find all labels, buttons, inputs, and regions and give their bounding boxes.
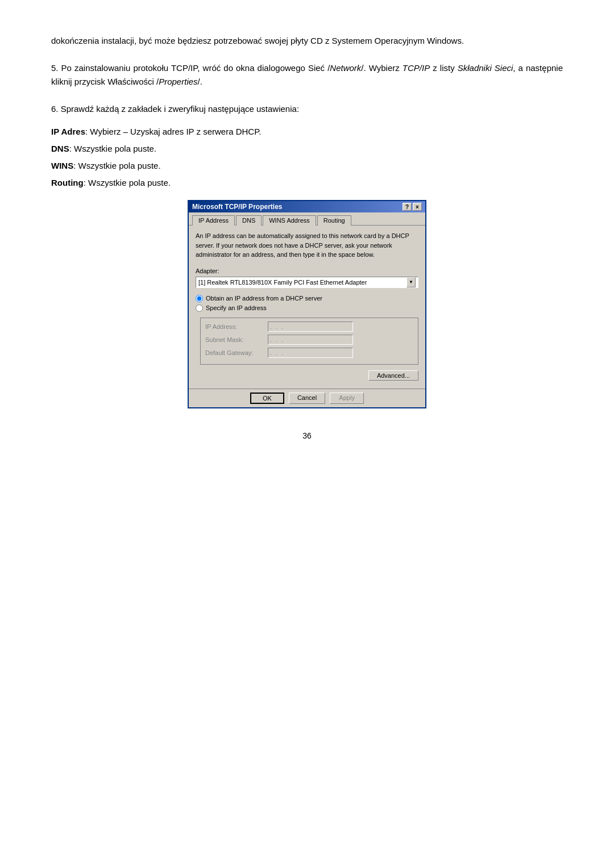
radio-specify[interactable]: Specify an IP address: [196, 304, 418, 312]
radio-dhcp[interactable]: Obtain an IP address from a DHCP server: [196, 295, 418, 302]
adapter-dropdown[interactable]: [1] Realtek RTL8139/810X Family PCI Fast…: [196, 277, 418, 288]
dialog-tabs: IP Address DNS WINS Address Routing: [189, 212, 425, 226]
page-content: dokończenia instalacji, być może będzies…: [51, 34, 563, 440]
ip-address-dots: . . .: [270, 323, 284, 330]
radio-dhcp-label: Obtain an IP address from a DHCP server: [206, 295, 322, 302]
ip-address-label: IP Address:: [205, 323, 268, 330]
wins-label: WINS: [51, 161, 73, 170]
tab-dns[interactable]: DNS: [236, 215, 262, 226]
adapter-row: [1] Realtek RTL8139/810X Family PCI Fast…: [196, 277, 418, 288]
radio-specify-input[interactable]: [196, 304, 203, 312]
default-gateway-label: Default Gateway:: [205, 349, 268, 356]
adapter-dropdown-arrow[interactable]: ▼: [406, 277, 416, 287]
ip-address-input[interactable]: . . .: [268, 322, 353, 332]
paragraph-2: 5. Po zainstalowaniu protokołu TCP/IP, w…: [51, 61, 563, 89]
adapter-dropdown-value: [1] Realtek RTL8139/810X Family PCI Fast…: [198, 279, 367, 286]
routing-label: Routing: [51, 178, 84, 187]
ip-address-label-text: IP Address:: [205, 323, 237, 330]
ok-button[interactable]: OK: [250, 393, 284, 404]
subnet-mask-dots: . . .: [270, 336, 284, 343]
dialog-title: Microsoft TCP/IP Properties: [192, 203, 282, 211]
dialog-wrapper: Microsoft TCP/IP Properties ? × IP Addre…: [51, 200, 563, 408]
default-gateway-input[interactable]: . . .: [268, 348, 353, 358]
dialog-description: An IP address can be automatically assig…: [196, 231, 418, 260]
tab-routing[interactable]: Routing: [317, 215, 351, 226]
tab-ip-address[interactable]: IP Address: [192, 215, 235, 226]
routing-item: Routing: Wszystkie pola puste.: [51, 176, 563, 190]
dialog-footer: OK Cancel Apply: [189, 389, 425, 407]
dialog-body: An IP address can be automatically assig…: [189, 226, 425, 389]
wins-text: : Wszystkie pola puste.: [73, 161, 160, 170]
default-gateway-label-text: Default Gateway:: [205, 349, 253, 356]
ip-adres-item: IP Adres: Wybierz – Uzyskaj adres IP z s…: [51, 125, 563, 139]
paragraph-1: dokończenia instalacji, być może będzies…: [51, 34, 563, 48]
cancel-button[interactable]: Cancel: [289, 393, 325, 404]
subnet-mask-input[interactable]: . . .: [268, 335, 353, 345]
tcp-ip-properties-dialog: Microsoft TCP/IP Properties ? × IP Addre…: [188, 200, 426, 408]
apply-button[interactable]: Apply: [330, 393, 364, 404]
dns-label: DNS: [51, 144, 69, 153]
tab-wins-address[interactable]: WINS Address: [263, 215, 316, 226]
titlebar-buttons: ? ×: [403, 203, 422, 211]
subnet-mask-row: Subnet Mask: . . .: [205, 335, 413, 345]
advanced-row: Advanced...: [196, 370, 418, 381]
close-button[interactable]: ×: [413, 203, 422, 211]
subnet-mask-label-text: Subnet Mask:: [205, 336, 243, 343]
section-heading: 6. Sprawdź każdą z zakładek i zweryfikuj…: [51, 102, 563, 116]
dns-item: DNS: Wszystkie pola puste.: [51, 142, 563, 156]
subnet-mask-label: Subnet Mask:: [205, 336, 268, 343]
default-gateway-dots: . . .: [270, 349, 284, 356]
ip-address-row: IP Address: . . .: [205, 322, 413, 332]
adapter-label: Adapter:: [196, 268, 418, 274]
ip-radio-group: Obtain an IP address from a DHCP server …: [196, 295, 418, 312]
radio-dhcp-input[interactable]: [196, 295, 203, 302]
dns-text: : Wszystkie pola puste.: [69, 144, 156, 153]
default-gateway-row: Default Gateway: . . .: [205, 348, 413, 358]
paragraph-2-text: 5. Po zainstalowaniu protokołu TCP/IP, w…: [51, 63, 563, 86]
ip-adres-label: IP Adres: [51, 127, 85, 136]
advanced-button[interactable]: Advanced...: [368, 370, 418, 381]
page-number: 36: [51, 431, 563, 440]
ip-adres-text: : Wybierz – Uzyskaj adres IP z serwera D…: [85, 127, 261, 136]
routing-text: : Wszystkie pola puste.: [84, 178, 171, 187]
help-button[interactable]: ?: [403, 203, 412, 211]
wins-item: WINS: Wszystkie pola puste.: [51, 159, 563, 173]
dialog-titlebar: Microsoft TCP/IP Properties ? ×: [189, 201, 425, 212]
specify-fields-box: IP Address: . . . Subnet Mask: . . .: [200, 318, 418, 365]
radio-specify-label: Specify an IP address: [206, 304, 267, 311]
